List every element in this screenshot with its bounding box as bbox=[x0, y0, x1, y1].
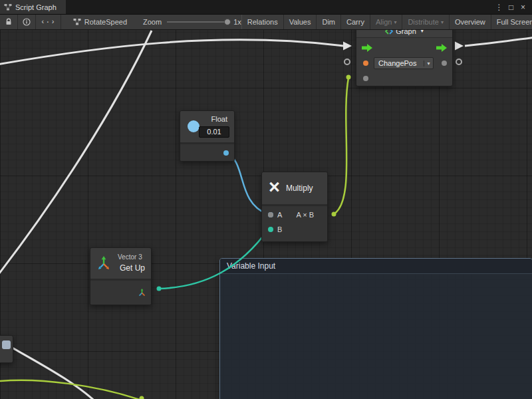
zoom-slider[interactable] bbox=[167, 21, 228, 23]
zoom-value: 1x bbox=[233, 18, 241, 26]
window-controls: ⋮ □ × bbox=[494, 0, 532, 14]
chevron-down-icon: ▾ bbox=[394, 19, 396, 25]
window-maximize-button[interactable]: □ bbox=[506, 1, 516, 14]
multiply-title: Multiply bbox=[286, 184, 313, 193]
value-row bbox=[356, 71, 452, 86]
distribute-button[interactable]: Distribute ▾ bbox=[402, 15, 449, 29]
script-graph-window: Variable Input Graph ▾ bbox=[0, 0, 532, 399]
macro-graph-icon bbox=[73, 18, 81, 26]
float-node-title: Float bbox=[211, 115, 227, 123]
vector3-type-label: Vector 3 bbox=[118, 253, 142, 261]
float-node-header: Float 0.01 bbox=[180, 111, 234, 142]
window-close-button[interactable]: × bbox=[518, 1, 528, 14]
code-view-button[interactable]: ‹·› bbox=[36, 15, 61, 29]
float-literal-node[interactable]: Float 0.01 bbox=[180, 110, 235, 162]
zoom-label: Zoom bbox=[143, 18, 162, 26]
variable-name-dropdown[interactable]: ChangePos ▾ bbox=[374, 57, 434, 69]
get-up-node-header: Vector 3 Get Up bbox=[90, 248, 151, 279]
float-node-body bbox=[180, 144, 234, 161]
variable-name-row: ChangePos ▾ bbox=[356, 55, 452, 71]
full-screen-button[interactable]: Full Screen bbox=[491, 15, 532, 29]
get-up-node-body bbox=[90, 281, 151, 305]
align-button[interactable]: Align ▾ bbox=[370, 15, 402, 29]
title-bar: Script Graph ⋮ □ × bbox=[0, 0, 532, 15]
tab-title: Script Graph bbox=[15, 3, 57, 11]
carry-button[interactable]: Carry bbox=[341, 15, 370, 29]
partial-node[interactable] bbox=[0, 335, 13, 363]
window-menu-button[interactable]: ⋮ bbox=[494, 1, 504, 14]
graph-toolbar: ‹·› RotateSpeed Zoom 1x Relations Values… bbox=[0, 15, 532, 30]
vector3-output-port[interactable] bbox=[138, 289, 146, 297]
multiply-output-port[interactable] bbox=[268, 212, 273, 217]
dim-button[interactable]: Dim bbox=[317, 15, 341, 29]
multiply-node-header: × Multiply bbox=[262, 172, 327, 204]
vector3-icon bbox=[96, 255, 112, 271]
float-output-port[interactable] bbox=[223, 150, 229, 156]
variable-input-group[interactable]: Variable Input bbox=[219, 258, 532, 399]
flow-input-port[interactable] bbox=[362, 43, 372, 51]
multiply-row-a: A A × B bbox=[262, 207, 327, 222]
variable-name-value: ChangePos bbox=[374, 59, 424, 67]
info-icon bbox=[23, 18, 31, 26]
flow-row bbox=[356, 38, 452, 55]
values-button[interactable]: Values bbox=[284, 15, 317, 29]
multiply-node-body: A A × B B bbox=[262, 206, 327, 241]
chevron-down-icon: ▾ bbox=[424, 61, 433, 66]
group-header[interactable]: Variable Input bbox=[220, 259, 532, 274]
green-arrow-icon bbox=[362, 44, 372, 52]
group-title: Variable Input bbox=[227, 261, 275, 271]
variable-name-port[interactable] bbox=[363, 61, 368, 66]
lock-button[interactable] bbox=[0, 15, 18, 29]
output-label: A × B bbox=[296, 211, 314, 219]
multiply-node[interactable]: × Multiply A A × B B bbox=[261, 172, 328, 242]
float-type-icon bbox=[188, 120, 200, 132]
zoom-knob[interactable] bbox=[224, 19, 231, 25]
overview-button[interactable]: Overview bbox=[450, 15, 491, 29]
chevron-down-icon: ▾ bbox=[441, 19, 444, 25]
align-label: Align bbox=[376, 18, 392, 26]
multiply-input-b-port[interactable] bbox=[268, 227, 273, 232]
macro-name: RotateSpeed bbox=[84, 18, 127, 26]
input-b-label: B bbox=[277, 225, 282, 233]
macro-indicator[interactable]: RotateSpeed bbox=[73, 15, 127, 29]
lock-icon bbox=[5, 18, 13, 26]
multiply-icon: × bbox=[269, 178, 280, 197]
set-variable-node[interactable]: Graph ▾ ChangePos ▾ bbox=[356, 24, 453, 86]
node-type-icon bbox=[2, 340, 11, 349]
variable-output-port[interactable] bbox=[442, 61, 447, 66]
input-a-label: A bbox=[277, 211, 282, 219]
get-up-title: Get Up bbox=[120, 263, 145, 273]
value-input-port[interactable] bbox=[363, 76, 368, 81]
distribute-label: Distribute bbox=[408, 18, 438, 26]
flow-output-port[interactable] bbox=[436, 43, 447, 51]
graph-tab-icon bbox=[4, 3, 12, 11]
zoom-control: Zoom 1x bbox=[143, 15, 241, 29]
relations-button[interactable]: Relations bbox=[241, 15, 284, 29]
get-up-node[interactable]: Vector 3 Get Up bbox=[90, 247, 152, 305]
tab-script-graph[interactable]: Script Graph bbox=[0, 0, 66, 14]
float-value-input[interactable]: 0.01 bbox=[199, 126, 229, 138]
multiply-row-b: B bbox=[262, 222, 327, 237]
info-button[interactable] bbox=[18, 15, 36, 29]
green-arrow-icon bbox=[436, 44, 447, 52]
